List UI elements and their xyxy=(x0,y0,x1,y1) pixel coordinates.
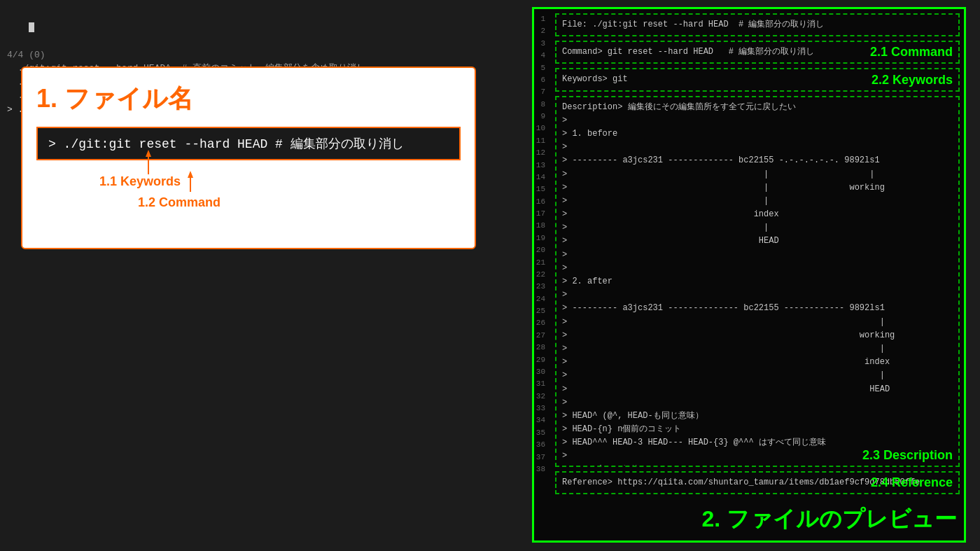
label-keywords: 1.1 Keywords xyxy=(99,174,181,189)
line-num-37: 37 xyxy=(534,452,548,463)
description-line: > 1. before xyxy=(562,127,953,141)
line-num-26: 26 xyxy=(534,317,548,329)
description-line: > | xyxy=(562,369,953,382)
description-line: > xyxy=(562,249,953,262)
command-bar: > ./git:git reset --hard HEAD # 編集部分の取り消… xyxy=(36,127,461,160)
description-line: > index xyxy=(562,208,953,221)
section-description: Description> 編集後にその編集箇所をす全て元に戻したい>> 1. b… xyxy=(555,96,960,467)
description-line: > --------- a3jcs231 ------------- bc221… xyxy=(562,154,953,167)
description-line: Description> 編集後にその編集箇所をす全て元に戻したい xyxy=(562,101,953,114)
command-section-label: 2.1 Command xyxy=(870,45,953,60)
command-bar-text: > ./git:git reset --hard HEAD # 編集部分の取り消… xyxy=(48,135,404,152)
line-num-18: 18 xyxy=(534,220,548,232)
description-section-label: 2.3 Description xyxy=(862,448,953,463)
line-num-17: 17 xyxy=(534,208,548,220)
line-num-19: 19 xyxy=(534,232,548,244)
description-line: > | working xyxy=(562,181,953,195)
right-preview-panel: 1 2 3 4 5 6 7 8 9 10 11 12 13 14 15 16 1… xyxy=(532,7,966,543)
line-num-3: 3 xyxy=(534,38,548,50)
file-line: File: ./git:git reset --hard HEAD # 編集部分… xyxy=(562,18,953,32)
line-num-7: 7 xyxy=(534,86,548,98)
line-num-8: 8 xyxy=(534,99,548,111)
line-num-14: 14 xyxy=(534,172,548,183)
description-line: > xyxy=(562,396,953,410)
line-num-30: 30 xyxy=(534,366,548,378)
line-numbers-container: 1 2 3 4 5 6 7 8 9 10 11 12 13 14 15 16 1… xyxy=(534,13,550,475)
description-line: > HEAD-{n} n個前のコミット xyxy=(562,423,953,436)
description-line: > index xyxy=(562,356,953,369)
description-line: > これの方が一般的 xyxy=(562,463,953,467)
line-num-15: 15 xyxy=(534,183,548,195)
section-keywords: Keywords> git 2.2 Keywords xyxy=(555,68,960,91)
description-lines: Description> 編集後にその編集箇所をす全て元に戻したい>> 1. b… xyxy=(562,101,953,467)
reference-section-label: 2.4 Reference xyxy=(871,475,953,490)
line-num-24: 24 xyxy=(534,293,548,305)
line-num-25: 25 xyxy=(534,305,548,317)
keywords-section-label: 2.2 Keywords xyxy=(872,73,953,88)
line-num-31: 31 xyxy=(534,378,548,390)
annotation-box: 1. ファイル名 > ./git:git reset --hard HEAD #… xyxy=(21,67,476,249)
description-line: > | xyxy=(562,221,953,235)
terminal-cursor-line xyxy=(7,7,490,48)
description-line: > | xyxy=(562,316,953,329)
line-num-38: 38 xyxy=(534,463,548,475)
line-num-2: 2 xyxy=(534,25,548,37)
description-line: > working xyxy=(562,329,953,342)
annotation-title: 1. ファイル名 xyxy=(36,82,461,116)
left-terminal-panel: 4/4 (0) ./git:git reset --hard HEAD^ # 直… xyxy=(0,0,490,551)
big-preview-label: 2. ファイルのプレビュー xyxy=(701,506,957,531)
line-num-10: 10 xyxy=(534,123,548,134)
description-line: > xyxy=(562,262,953,275)
line-num-22: 22 xyxy=(534,269,548,281)
line-num-12: 12 xyxy=(534,147,548,159)
description-line: > | | xyxy=(562,168,953,181)
line-num-27: 27 xyxy=(534,330,548,342)
line-num-16: 16 xyxy=(534,196,548,208)
section-file: File: ./git:git reset --hard HEAD # 編集部分… xyxy=(555,13,960,36)
description-line: > | xyxy=(562,342,953,356)
section-command: Command> git reset --hard HEAD # 編集部分の取り… xyxy=(555,41,960,64)
description-line: > | xyxy=(562,195,953,208)
line-num-29: 29 xyxy=(534,354,548,366)
line-num-13: 13 xyxy=(534,160,548,172)
line-num-6: 6 xyxy=(534,74,548,86)
description-line: > xyxy=(562,288,953,302)
section-reference: Reference> https://qiita.com/shuntaro_ta… xyxy=(555,471,960,494)
line-num-28: 28 xyxy=(534,342,548,354)
line-num-20: 20 xyxy=(534,244,548,256)
description-line: > HEAD xyxy=(562,235,953,248)
line-num-32: 32 xyxy=(534,391,548,403)
line-num-9: 9 xyxy=(534,111,548,123)
description-line: > xyxy=(562,141,953,154)
description-line: > --------- a3jcs231 -------------- bc22… xyxy=(562,302,953,315)
line-num-35: 35 xyxy=(534,427,548,439)
line-num-21: 21 xyxy=(534,257,548,269)
line-num-36: 36 xyxy=(534,439,548,451)
line-num-11: 11 xyxy=(534,135,548,147)
svg-marker-3 xyxy=(188,171,193,178)
line-num-23: 23 xyxy=(534,281,548,293)
line-num-1: 1 xyxy=(534,13,548,25)
description-line: > 2. after xyxy=(562,275,953,288)
line-num-34: 34 xyxy=(534,414,548,426)
description-line: > HEAD xyxy=(562,383,953,396)
line-num-4: 4 xyxy=(534,50,548,62)
description-line: > xyxy=(562,114,953,127)
description-line: > HEAD^ (@^, HEAD-も同じ意味） xyxy=(562,410,953,423)
line-num-33: 33 xyxy=(534,403,548,414)
terminal-count-line: 4/4 (0) xyxy=(7,48,490,62)
line-num-5: 5 xyxy=(534,62,548,74)
label-command: 1.2 Command xyxy=(138,195,220,210)
